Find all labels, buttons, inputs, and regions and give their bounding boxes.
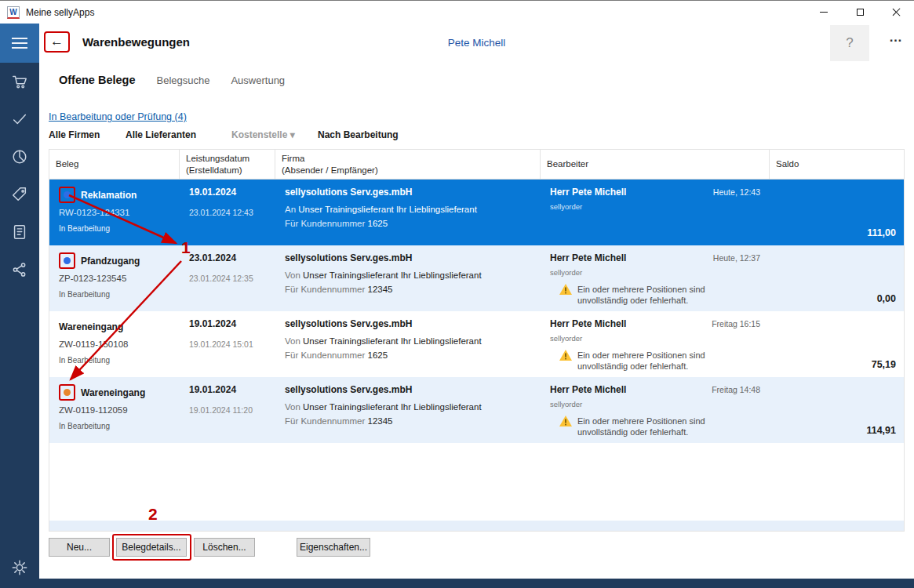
direction-label: Von — [285, 336, 300, 346]
main-content: ← Warenbewegungen Pete Michell ? … Offen… — [39, 24, 914, 579]
document-status: In Bearbeitung — [59, 290, 172, 299]
tab-auswertung[interactable]: Auswertung — [231, 74, 285, 86]
status-filter-link[interactable]: In Bearbeitung oder Prüfung (4) — [49, 111, 187, 122]
sidebar-item-cart[interactable] — [0, 63, 39, 100]
company-name: sellysolutions Serv.ges.mbH — [285, 252, 533, 263]
row-timestamp: Freitag 14:48 — [712, 385, 760, 394]
table-header: Beleg Leistungsdatum(Erstelldatum) Firma… — [49, 150, 904, 180]
document-type: Wareneingang — [59, 321, 123, 332]
chevron-down-icon: ▾ — [290, 129, 295, 140]
document-type: Pfandzugang — [81, 256, 140, 267]
app-header: ← Warenbewegungen Pete Michell ? … — [39, 24, 914, 63]
filter-suppliers[interactable]: Alle Lieferanten — [126, 129, 196, 140]
warning-message: Ein oder mehrere Positionen sind unvolls… — [550, 350, 762, 372]
col-firma: Firma(Absender / Empfänger) — [275, 150, 541, 179]
created-date: 19.01.2024 11:20 — [189, 405, 268, 415]
hamburger-menu-button[interactable] — [0, 24, 39, 63]
row-timestamp: Freitag 16:15 — [712, 319, 760, 328]
row-timestamp: Heute, 12:43 — [713, 187, 760, 197]
window-controls — [806, 1, 914, 24]
editor-app: sellyorder — [550, 202, 762, 211]
app-logo-icon: W — [7, 6, 20, 19]
direction-label: An — [285, 205, 296, 214]
new-button[interactable]: Neu... — [49, 538, 110, 557]
warning-message: Ein oder mehrere Positionen sind unvolls… — [550, 416, 762, 438]
maximize-icon — [857, 9, 864, 16]
checkmark-icon — [11, 111, 28, 128]
close-icon — [892, 8, 901, 16]
customer-label: Für Kundennummer — [285, 219, 365, 228]
window-title: Meine sellyApps — [26, 7, 94, 18]
app-window: { "window": { "title": "Meine sellyApps"… — [0, 0, 914, 588]
filter-after-edit[interactable]: Nach Bearbeitung — [318, 129, 399, 140]
close-button[interactable] — [878, 1, 914, 24]
filter-firms[interactable]: Alle Firmen — [49, 129, 100, 140]
document-number: ZW-0119-112059 — [59, 405, 172, 415]
company-name: sellysolutions Serv.ges.mbH — [285, 187, 533, 198]
table-row-wareneingang-1[interactable]: Wareneingang ZW-0119-150108 In Bearbeitu… — [49, 311, 904, 377]
company-name: sellysolutions Serv.ges.mbH — [285, 318, 533, 329]
company-name: sellysolutions Serv.ges.mbH — [285, 384, 533, 395]
created-date: 19.01.2024 15:01 — [189, 339, 268, 349]
filter-costcenter[interactable]: Kostenstelle ▾ — [231, 129, 295, 140]
table-row-pfandzugang[interactable]: Pfandzugang ZP-0123-123545 In Bearbeitun… — [49, 245, 904, 311]
filter-row: Alle Firmen Alle Lieferanten Kostenstell… — [39, 129, 914, 143]
company-cell: sellysolutions Serv.ges.mbH An Unser Tra… — [275, 180, 541, 245]
filter-costcenter-label: Kostenstelle — [231, 129, 287, 140]
minimize-icon — [820, 12, 828, 13]
row-timestamp: Heute, 12:37 — [713, 253, 760, 263]
company-cell: sellysolutions Serv.ges.mbH Von Unser Tr… — [275, 377, 541, 443]
table-row-wareneingang-2[interactable]: Wareneingang ZW-0119-112059 In Bearbeitu… — [49, 377, 904, 443]
warning-text: Ein oder mehrere Positionen sind unvolls… — [577, 416, 738, 438]
document-number: RW-0123-124331 — [59, 208, 172, 217]
sidebar-item-journal[interactable] — [0, 213, 39, 251]
gear-icon — [11, 559, 28, 576]
sidebar-item-tasks[interactable] — [0, 100, 39, 138]
editor-app: sellyorder — [550, 400, 762, 408]
user-link[interactable]: Pete Michell — [39, 37, 914, 49]
document-type: Reklamation — [81, 190, 137, 201]
customer-label: Für Kundennummer — [285, 416, 365, 426]
date-cell: 19.01.2024 19.01.2024 15:01 — [180, 311, 275, 377]
document-status: In Bearbeitung — [59, 422, 172, 430]
sidebar — [0, 24, 39, 588]
tab-offene-belege[interactable]: Offene Belege — [59, 74, 136, 86]
properties-button[interactable]: Eigenschaften... — [297, 538, 370, 557]
table-row-reklamation[interactable]: Reklamation RW-0123-124331 In Bearbeitun… — [49, 180, 904, 245]
maximize-button[interactable] — [842, 1, 878, 24]
customer-number: 1625 — [367, 350, 388, 360]
delete-button[interactable]: Löschen... — [194, 538, 255, 557]
saldo-value: 0,00 — [877, 293, 896, 304]
tab-belegsuche[interactable]: Belegsuche — [157, 74, 210, 86]
status-bar — [0, 579, 914, 588]
warning-message: Ein oder mehrere Positionen sind unvolls… — [550, 284, 762, 307]
editor-app: sellyorder — [550, 268, 762, 277]
annotation-box-dot-2 — [59, 252, 75, 269]
service-date: 19.01.2024 — [189, 384, 268, 395]
sidebar-item-share[interactable] — [0, 251, 39, 289]
minimize-button[interactable] — [806, 1, 842, 24]
sidebar-item-tags[interactable] — [0, 176, 39, 213]
details-button[interactable]: Belegdetails... — [116, 538, 187, 557]
tab-bar: Offene Belege Belegsuche Auswertung — [59, 63, 285, 97]
customer-label: Für Kundennummer — [285, 350, 365, 360]
status-dot-icon — [64, 191, 71, 198]
document-status: In Bearbeitung — [59, 356, 172, 365]
document-number: ZW-0119-150108 — [59, 339, 172, 349]
more-options-button[interactable]: … — [889, 30, 903, 45]
created-date: 23.01.2024 12:35 — [189, 274, 268, 283]
customer-label: Für Kundennummer — [285, 285, 365, 294]
share-icon — [11, 261, 28, 278]
annotation-box-dot-1 — [59, 187, 75, 203]
help-button[interactable]: ? — [830, 25, 869, 61]
saldo-value: 111,00 — [867, 227, 896, 238]
date-cell: 19.01.2024 19.01.2024 11:20 — [180, 377, 275, 443]
document-status: In Bearbeitung — [59, 224, 172, 233]
service-date: 19.01.2024 — [189, 187, 268, 198]
company-cell: sellysolutions Serv.ges.mbH Von Unser Tr… — [275, 245, 541, 311]
warning-icon — [559, 284, 572, 295]
sidebar-item-history[interactable] — [0, 138, 39, 176]
status-dot-icon — [64, 389, 71, 396]
customer-number: 12345 — [367, 416, 392, 426]
saldo-value: 114,91 — [866, 425, 896, 436]
